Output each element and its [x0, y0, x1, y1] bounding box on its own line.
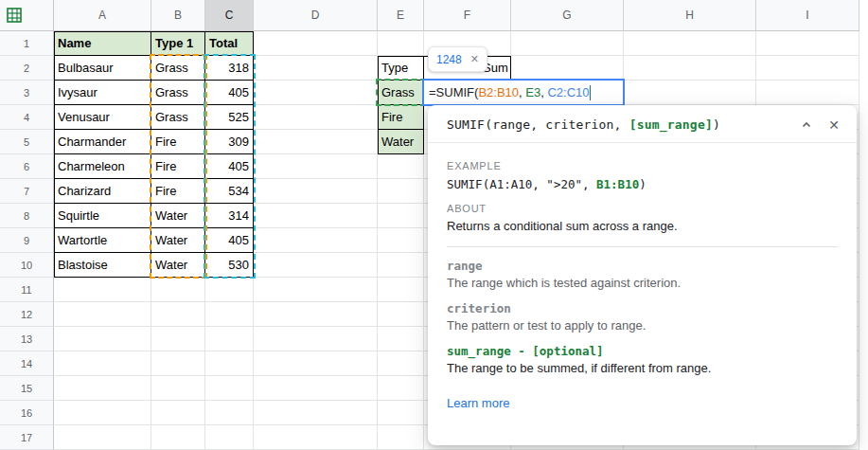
cell-C16[interactable] — [205, 401, 254, 425]
cell-B14[interactable] — [151, 351, 205, 376]
cell-B15[interactable] — [151, 376, 205, 401]
cell-D4[interactable] — [254, 105, 378, 130]
cell-C8[interactable]: 314 — [205, 204, 254, 228]
cell-D5[interactable] — [254, 130, 378, 154]
cell-E6[interactable] — [378, 154, 424, 179]
cell-H3[interactable] — [624, 81, 756, 105]
cell-E15[interactable] — [378, 376, 424, 401]
cell-A9[interactable]: Wartortle — [54, 228, 151, 253]
cell-B16[interactable] — [151, 401, 205, 425]
cell-B2[interactable]: Grass — [151, 56, 205, 81]
cell-B9[interactable]: Water — [151, 228, 205, 253]
cell-I3[interactable] — [756, 81, 859, 105]
cell-A17[interactable] — [54, 425, 151, 450]
cell-E10[interactable] — [378, 253, 424, 278]
cell-E11[interactable] — [378, 278, 424, 302]
cell-A1[interactable]: Name — [54, 31, 151, 56]
cell-A3[interactable]: Ivysaur — [54, 81, 151, 105]
cell-B1[interactable]: Type 1 — [151, 31, 205, 56]
cell-B8[interactable]: Water — [151, 204, 205, 228]
cell-C14[interactable] — [205, 351, 254, 376]
row-header-6[interactable]: 6 — [0, 154, 54, 179]
cell-C10[interactable]: 530 — [205, 253, 254, 278]
cell-E2[interactable]: Type — [378, 56, 424, 81]
cell-A12[interactable] — [54, 302, 151, 327]
cell-C13[interactable] — [205, 327, 254, 351]
cell-D2[interactable] — [254, 56, 378, 81]
cell-C15[interactable] — [205, 376, 254, 401]
row-header-8[interactable]: 8 — [0, 204, 54, 228]
cell-C11[interactable] — [205, 278, 254, 302]
row-header-17[interactable]: 17 — [0, 425, 54, 450]
cell-B7[interactable]: Fire — [151, 179, 205, 204]
row-header-1[interactable]: 1 — [0, 31, 54, 56]
column-header-F[interactable]: F — [424, 0, 511, 31]
row-header-5[interactable]: 5 — [0, 130, 54, 154]
cell-E14[interactable] — [378, 351, 424, 376]
row-header-12[interactable]: 12 — [0, 302, 54, 327]
row-header-13[interactable]: 13 — [0, 327, 54, 351]
cell-I2[interactable] — [756, 56, 859, 81]
row-header-16[interactable]: 16 — [0, 401, 54, 425]
cell-A7[interactable]: Charizard — [54, 179, 151, 204]
cell-E1[interactable] — [378, 31, 424, 56]
cell-D12[interactable] — [254, 302, 378, 327]
cell-A11[interactable] — [54, 278, 151, 302]
row-header-9[interactable]: 9 — [0, 228, 54, 253]
cell-A13[interactable] — [54, 327, 151, 351]
cell-E17[interactable] — [378, 425, 424, 450]
cell-D7[interactable] — [254, 179, 378, 204]
cell-C2[interactable]: 318 — [205, 56, 254, 81]
cell-A8[interactable]: Squirtle — [54, 204, 151, 228]
cell-C1[interactable]: Total — [205, 31, 254, 56]
cell-C4[interactable]: 525 — [205, 105, 254, 130]
cell-B12[interactable] — [151, 302, 205, 327]
row-header-14[interactable]: 14 — [0, 351, 54, 376]
cell-E16[interactable] — [378, 401, 424, 425]
cell-B6[interactable]: Fire — [151, 154, 205, 179]
cell-C17[interactable] — [205, 425, 254, 450]
dismiss-preview-icon[interactable]: ✕ — [470, 53, 479, 65]
column-header-D[interactable]: D — [254, 0, 378, 31]
column-header-E[interactable]: E — [378, 0, 424, 31]
cell-B11[interactable] — [151, 278, 205, 302]
cell-A4[interactable]: Venusaur — [54, 105, 151, 130]
cell-D16[interactable] — [254, 401, 378, 425]
cell-D14[interactable] — [254, 351, 378, 376]
column-header-C[interactable]: C — [205, 0, 254, 31]
cell-C5[interactable]: 309 — [205, 130, 254, 154]
cell-D10[interactable] — [254, 253, 378, 278]
cell-D17[interactable] — [254, 425, 378, 450]
cell-I1[interactable] — [756, 31, 859, 56]
cell-A16[interactable] — [54, 401, 151, 425]
cell-E8[interactable] — [378, 204, 424, 228]
cell-D11[interactable] — [254, 278, 378, 302]
cell-H1[interactable] — [624, 31, 756, 56]
cell-C9[interactable]: 405 — [205, 228, 254, 253]
cell-E12[interactable] — [378, 302, 424, 327]
cell-A5[interactable]: Charmander — [54, 130, 151, 154]
column-header-H[interactable]: H — [624, 0, 756, 31]
cell-E13[interactable] — [378, 327, 424, 351]
cell-A6[interactable]: Charmeleon — [54, 154, 151, 179]
cell-C12[interactable] — [205, 302, 254, 327]
cell-D15[interactable] — [254, 376, 378, 401]
cell-C3[interactable]: 405 — [205, 81, 254, 105]
row-header-15[interactable]: 15 — [0, 376, 54, 401]
cell-G2[interactable] — [511, 56, 624, 81]
cell-E7[interactable] — [378, 179, 424, 204]
cell-D13[interactable] — [254, 327, 378, 351]
column-header-B[interactable]: B — [151, 0, 205, 31]
cell-C6[interactable]: 405 — [205, 154, 254, 179]
cell-D1[interactable] — [254, 31, 378, 56]
cell-B13[interactable] — [151, 327, 205, 351]
row-header-11[interactable]: 11 — [0, 278, 54, 302]
cell-B5[interactable]: Fire — [151, 130, 205, 154]
cell-D6[interactable] — [254, 154, 378, 179]
cell-C7[interactable]: 534 — [205, 179, 254, 204]
cell-B10[interactable]: Water — [151, 253, 205, 278]
row-header-2[interactable]: 2 — [0, 56, 54, 81]
row-header-10[interactable]: 10 — [0, 253, 54, 278]
cell-B17[interactable] — [151, 425, 205, 450]
cell-B4[interactable]: Grass — [151, 105, 205, 130]
